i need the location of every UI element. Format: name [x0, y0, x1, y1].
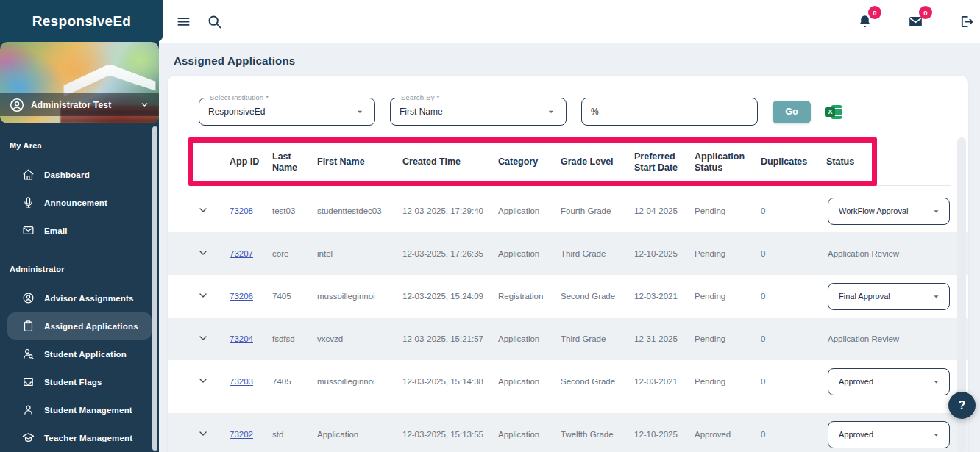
cell-duplicates: 0 [761, 249, 826, 258]
dropdown-arrow-icon [931, 376, 942, 387]
person-search-icon [22, 348, 35, 360]
dropdown-arrow-icon [545, 106, 557, 118]
search-by-select-value: First Name [400, 107, 443, 117]
help-button[interactable]: ? [948, 392, 976, 419]
topbar-actions: 0 0 [855, 12, 976, 31]
cell-created-time: 12-03-2025, 17:26:35 [402, 249, 498, 258]
filter-bar: Select Institution * ResponsiveEd Search… [168, 98, 968, 126]
cell-preferred-start-date: 12-10-2025 [634, 430, 695, 439]
table-row: 73203 7405 mussoilleginnoi 12-03-2025, 1… [168, 360, 968, 403]
sidebar-item-student-application[interactable]: Student Application [7, 340, 152, 367]
status-dropdown[interactable]: Approved [828, 421, 950, 448]
column-header: Preferred Start Date [634, 151, 695, 173]
go-button[interactable]: Go [773, 101, 811, 123]
dropdown-arrow-icon [931, 291, 942, 302]
cell-last-name: 7405 [272, 377, 317, 386]
status-dropdown[interactable]: WorkFlow Approval [828, 198, 950, 225]
dropdown-arrow-icon [354, 106, 366, 118]
status-dropdown[interactable]: Approved [828, 368, 950, 395]
row-expand-icon[interactable] [197, 332, 210, 345]
row-expand-icon[interactable] [197, 204, 210, 218]
search-icon[interactable] [205, 12, 224, 31]
messages-envelope-icon[interactable]: 0 [906, 12, 925, 31]
cell-grade-level: Third Grade [561, 334, 634, 343]
sidebar-scrollbar[interactable] [152, 126, 157, 451]
logout-icon[interactable] [956, 12, 976, 31]
sidebar-item-dashboard[interactable]: Dashboard [7, 161, 152, 188]
status-dropdown[interactable]: Final Approval [828, 283, 950, 310]
cell-category: Application [498, 207, 561, 215]
notifications-bell-icon[interactable]: 0 [855, 12, 874, 31]
row-expand-icon[interactable] [197, 290, 210, 303]
app-id-link[interactable]: 73202 [230, 430, 272, 439]
applications-card: Select Institution * ResponsiveEd Search… [168, 76, 968, 452]
excel-export-icon[interactable]: X [825, 104, 842, 120]
status-text: Application Review [828, 334, 951, 343]
row-expand-icon[interactable] [197, 428, 210, 441]
row-expand-icon[interactable] [197, 247, 210, 260]
dropdown-arrow-icon [931, 206, 942, 217]
column-header: Last Name [272, 151, 317, 173]
table-row: 73206 7405 mussoilleginnoi 12-03-2025, 1… [168, 275, 968, 318]
sidebar-item-announcement[interactable]: Announcement [7, 189, 152, 216]
status-dropdown-value: Approved [839, 430, 873, 439]
cell-category: Registration [498, 292, 561, 301]
status-dropdown-value: Approved [839, 377, 873, 386]
institution-select-label: Select Institution * [207, 93, 271, 101]
sidebar-item-teacher-management[interactable]: Teacher Management [7, 424, 152, 451]
cell-created-time: 12-03-2025, 15:24:09 [402, 292, 498, 301]
user-menu[interactable]: Administrator Test [0, 93, 159, 116]
row-expand-icon[interactable] [197, 375, 210, 388]
sidebar-item-label: Announcement [44, 198, 107, 207]
table-row: 73204 fsdfsd vxcvzd 12-03-2025, 15:21:57… [168, 318, 968, 360]
cell-preferred-start-date: 12-04-2025 [634, 207, 695, 215]
brand-logo: ResponsiveEd [0, 0, 163, 42]
cell-grade-level: Fourth Grade [561, 207, 634, 215]
chevron-down-icon [140, 100, 149, 110]
search-query-input[interactable] [591, 107, 748, 117]
cell-first-name: mussoilleginnoi [317, 377, 402, 386]
cell-grade-level: Twelfth Grade [561, 430, 634, 439]
app-id-link[interactable]: 73204 [230, 334, 272, 343]
cell-duplicates: 0 [761, 292, 826, 301]
cell-last-name: fsdfsd [272, 334, 317, 343]
inbox-icon [22, 376, 35, 388]
user-name: Administrator Test [31, 100, 111, 110]
sidebar-nav: My Area Dashboard Announcement Email [0, 123, 159, 452]
app-id-link[interactable]: 73206 [230, 292, 272, 301]
cell-preferred-start-date: 12-03-2021 [634, 377, 695, 386]
section-label-administrator: Administrator [0, 265, 159, 273]
menu-toggle-icon[interactable] [174, 12, 193, 31]
app-id-link[interactable]: 73203 [230, 377, 272, 386]
app-id-link[interactable]: 73207 [230, 249, 272, 258]
avatar-icon [10, 98, 24, 112]
cell-duplicates: 0 [761, 430, 826, 439]
cell-first-name: Application [317, 430, 402, 439]
table-row: 73202 std Application 12-03-2025, 15:13:… [168, 413, 968, 452]
table-body: 73208 test03 studenttestdec03 12-03-2025… [168, 190, 968, 452]
cell-last-name: 7405 [272, 292, 317, 301]
sidebar-item-assigned-applications[interactable]: Assigned Applications [7, 312, 152, 340]
sidebar-item-advisor-assignments[interactable]: Advisor Assignments [7, 284, 152, 312]
section-label-my-area: My Area [0, 141, 159, 150]
cell-last-name: std [272, 430, 317, 439]
sidebar-item-label: Dashboard [44, 171, 90, 179]
sidebar-item-student-management[interactable]: Student Management [7, 396, 152, 423]
institution-select[interactable]: Select Institution * ResponsiveEd [199, 98, 375, 126]
sidebar-item-email[interactable]: Email [7, 217, 152, 244]
cell-application-status: Pending [695, 249, 761, 258]
graduation-cap-icon [22, 431, 35, 444]
sidebar-item-label: Advisor Assignments [44, 294, 134, 303]
cell-application-status: Pending [695, 377, 761, 386]
sidebar-item-label: Assigned Applications [44, 322, 138, 331]
sidebar-item-student-flags[interactable]: Student Flags [7, 368, 152, 395]
cell-grade-level: Second Grade [561, 292, 634, 301]
sidebar-item-label: Email [44, 226, 68, 235]
column-header: Grade Level [561, 157, 634, 168]
status-dropdown-value: Final Approval [839, 292, 890, 301]
app-id-link[interactable]: 73208 [230, 207, 272, 215]
search-by-select[interactable]: Search By * First Name [390, 98, 567, 126]
notification-badge: 0 [868, 6, 881, 19]
cell-application-status: Pending [695, 334, 761, 343]
cell-category: Application [498, 430, 561, 439]
